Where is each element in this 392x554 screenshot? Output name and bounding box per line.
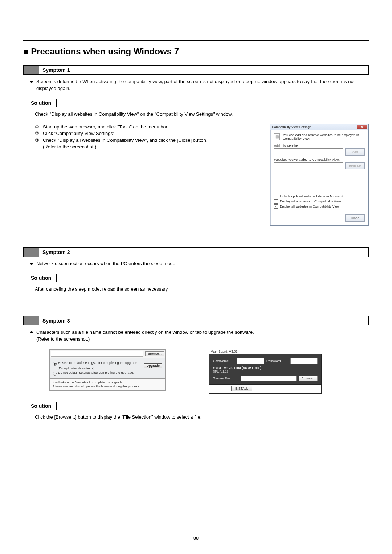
title-text: Precautions when using Windows 7 xyxy=(31,46,179,56)
upgrade-button[interactable]: Upgrade xyxy=(144,363,162,368)
upgrade-browse-button[interactable]: Browse... xyxy=(145,351,164,356)
no-reset-radio-label: Do not default settings after completing… xyxy=(58,371,134,374)
reset-radio[interactable] xyxy=(53,362,57,366)
symptom-2-header: Symptom 2 xyxy=(23,247,369,257)
password-input[interactable] xyxy=(290,358,318,364)
solution-1-text: Check "Display all websites in Compatibi… xyxy=(35,111,369,118)
check3-label: Display all websites in Compatibility Vi… xyxy=(280,205,339,208)
system-file-label: System File : xyxy=(213,377,238,380)
symptom-2-label: Symptom 2 xyxy=(39,248,368,257)
solution-3-text: Click the [Browse...] button to display … xyxy=(35,414,369,421)
remove-button[interactable]: Remove xyxy=(345,162,365,169)
symptom-1-label: Symptom 1 xyxy=(39,66,368,74)
check1-label: Include updated website lists from Micro… xyxy=(280,194,343,198)
dialog-title: Compatibility View Settings xyxy=(272,125,311,129)
added-websites-list[interactable] xyxy=(274,162,343,190)
step-3-number-icon: ③ xyxy=(35,137,41,144)
symptom-3-bullet-list: Characters such as a file name cannot be… xyxy=(30,329,369,343)
check2-checkbox[interactable] xyxy=(274,199,278,204)
symptom-3-bullet: Characters such as a file name cannot be… xyxy=(30,329,369,343)
check1-checkbox[interactable] xyxy=(274,194,278,198)
step-3-subtext: (Refer to the screenshot.) xyxy=(43,144,264,149)
password-label: Password : xyxy=(266,359,288,363)
main-board-version: Main Board: V3.01 xyxy=(209,349,322,354)
check3-checkbox[interactable]: ✓ xyxy=(274,204,278,209)
step-2-number-icon: ② xyxy=(35,130,41,137)
top-rule xyxy=(23,40,369,41)
step-1-text: Start up the web browser, and click "Too… xyxy=(43,124,168,131)
add-button[interactable]: Add xyxy=(345,148,365,156)
system-version: SYSTEM: V3-1003 (SUM: E7C8) xyxy=(213,366,318,370)
symptom-1-header: Symptom 1 xyxy=(23,65,369,75)
symptom-2-bullet: Network disconnection occurs when the PC… xyxy=(30,260,369,267)
symptom-2-bullet-list: Network disconnection occurs when the PC… xyxy=(30,260,369,267)
step-3-text: Check "Display all websites in Compatibi… xyxy=(43,137,207,144)
symptom-1-bullet: Screen is deformed. / When activating th… xyxy=(30,78,369,92)
solution-2-label: Solution xyxy=(27,274,57,282)
reset-radio-label: Resets to default settings after complet… xyxy=(58,361,138,365)
symptom-3-header: Symptom 3 xyxy=(23,316,369,325)
upgrade-note-1: It will take up to 5 minutes to complete… xyxy=(53,381,162,385)
compat-view-dialog: Compatibility View Settings ✕ ▤ You can … xyxy=(270,124,369,226)
upgrade-note-2: Please wait and do not operate the brows… xyxy=(53,385,162,389)
symptom-3-bullet-b: (Refer to the screenshot.) xyxy=(36,336,369,343)
page-number: 88 xyxy=(0,535,392,541)
symptom-1-bullet-list: Screen is deformed. / When activating th… xyxy=(30,78,369,92)
document-page: ■ Precautions when using Windows 7 Sympt… xyxy=(0,0,392,554)
system-file-input[interactable] xyxy=(241,376,297,381)
step-2-text: Click "Compatibility View Settings". xyxy=(43,130,116,137)
install-button[interactable]: INSTALL xyxy=(231,386,252,391)
symptom-3-tab xyxy=(24,316,39,325)
step-1-number-icon: ① xyxy=(35,124,41,131)
solution-1-label: Solution xyxy=(27,99,57,107)
page-title: ■ Precautions when using Windows 7 xyxy=(23,46,369,57)
dialog-intro: You can add and remove websites to be di… xyxy=(283,133,365,140)
solution-1-steps: ① Start up the web browser, and click "T… xyxy=(35,124,264,150)
username-label: UserName : xyxy=(213,359,235,363)
username-input[interactable] xyxy=(237,358,264,364)
close-button[interactable]: Close xyxy=(345,214,365,222)
symptom-3-bullet-a: Characters such as a file name cannot be… xyxy=(36,329,369,336)
add-website-label: Add this website: xyxy=(274,144,365,148)
symptom-2-tab xyxy=(24,248,39,257)
add-website-input[interactable] xyxy=(274,148,343,154)
no-reset-radio[interactable] xyxy=(53,372,57,376)
ipl-version: (IPL: V1.16) xyxy=(213,370,318,373)
install-panel: Main Board: V3.01 UserName : Password : … xyxy=(209,349,322,394)
torn-page-icon: ▤ xyxy=(274,133,280,140)
square-bullet-icon: ■ xyxy=(23,46,29,56)
check2-label: Display intranet sites in Compatibility … xyxy=(280,200,341,203)
solution-2-text: After canceling the sleep mode, reload t… xyxy=(35,286,369,293)
close-icon[interactable]: ✕ xyxy=(357,125,367,129)
solution-3-label: Solution xyxy=(27,402,57,410)
upgrade-file-input[interactable] xyxy=(51,351,143,357)
upgrade-note: It will take up to 5 minutes to complete… xyxy=(49,379,166,391)
install-browse-button[interactable]: Browse... xyxy=(299,376,318,381)
upgrade-panel: Browse... Resets to default settings aft… xyxy=(49,349,166,394)
symptom-1-tab xyxy=(24,66,39,74)
added-list-label: Websites you've added to Compatibility V… xyxy=(274,158,365,161)
symptom-3-label: Symptom 3 xyxy=(39,316,368,325)
